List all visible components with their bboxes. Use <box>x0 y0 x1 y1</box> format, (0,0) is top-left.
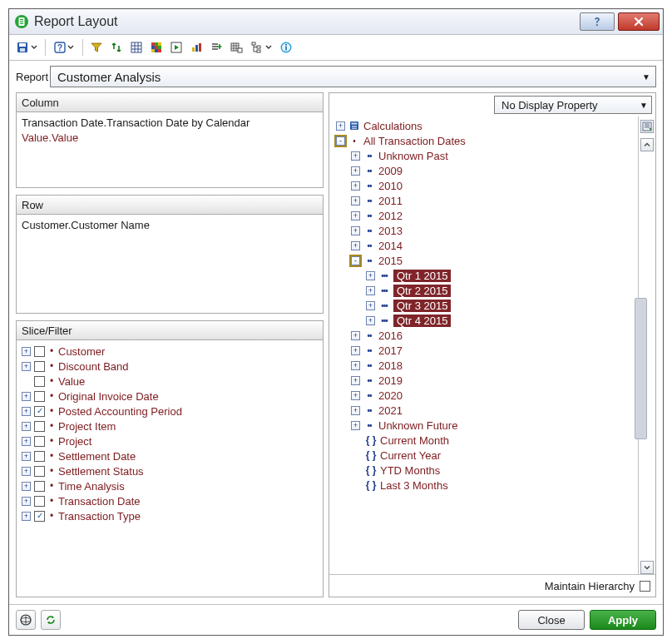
slice-item[interactable]: +•Project <box>22 433 318 448</box>
column-panel-body[interactable]: Transaction Date.Transaction Date by Cal… <box>17 112 323 187</box>
expand-icon[interactable]: + <box>336 121 345 131</box>
save-dropdown-button[interactable] <box>12 38 41 57</box>
tree-node[interactable]: +••2021 <box>333 403 635 418</box>
tree[interactable]: +Calculations-•All Transaction Dates+••U… <box>329 116 638 574</box>
tree-node[interactable]: +••2019 <box>333 373 635 388</box>
slice-checkbox[interactable] <box>34 451 45 462</box>
tree-node[interactable]: -••2015 <box>333 253 635 268</box>
expand-icon[interactable]: + <box>366 271 375 280</box>
chart-icon[interactable] <box>187 38 205 57</box>
globe-button[interactable] <box>16 610 36 630</box>
display-property-select[interactable]: No Display Property ▼ <box>494 96 652 114</box>
expand-icon[interactable]: + <box>22 452 31 461</box>
run-icon[interactable] <box>167 38 185 57</box>
tree-node[interactable]: +••2013 <box>333 223 635 238</box>
tree-node[interactable]: +•••Qtr 4 2015 <box>333 313 635 328</box>
expand-icon[interactable]: + <box>22 347 31 356</box>
expand-icon[interactable]: + <box>22 362 31 371</box>
expand-icon[interactable]: + <box>351 211 360 220</box>
slice-item[interactable]: +•Settlement Status <box>22 463 318 478</box>
help-button[interactable] <box>580 12 615 31</box>
expand-icon[interactable]: + <box>351 361 360 370</box>
slice-checkbox[interactable] <box>34 436 45 447</box>
tree-options-button[interactable] <box>640 120 654 133</box>
tree-node[interactable]: +•••Qtr 2 2015 <box>333 283 635 298</box>
scroll-up-button[interactable] <box>640 138 654 151</box>
slice-checkbox[interactable] <box>34 361 45 372</box>
table-edit-icon[interactable] <box>227 38 245 57</box>
slice-panel-body[interactable]: +•Customer+•Discount Band•Value+•Origina… <box>17 340 323 597</box>
expand-icon[interactable]: + <box>22 422 31 431</box>
row-item[interactable]: Customer.Customer Name <box>22 218 318 233</box>
tree-node[interactable]: +••Unknown Past <box>333 148 635 163</box>
expand-icon[interactable]: + <box>351 181 360 191</box>
expand-icon[interactable]: + <box>22 497 31 506</box>
expand-icon[interactable]: + <box>366 316 375 325</box>
list-add-icon[interactable] <box>207 38 225 57</box>
slice-item[interactable]: +•Original Invoice Date <box>22 389 318 404</box>
slice-item[interactable]: +•Time Analysis <box>22 478 318 493</box>
tree-node[interactable]: +••2016 <box>333 328 635 343</box>
expand-icon[interactable]: + <box>366 286 375 295</box>
tree-node[interactable]: { }Last 3 Months <box>333 478 635 493</box>
expand-icon[interactable]: + <box>366 301 375 310</box>
tree-node[interactable]: +••2011 <box>333 193 635 208</box>
expand-icon[interactable]: + <box>22 512 31 521</box>
tree-node[interactable]: +••2018 <box>333 358 635 373</box>
tree-node[interactable]: -•All Transaction Dates <box>333 133 635 148</box>
expand-icon[interactable]: + <box>351 346 360 355</box>
collapse-icon[interactable]: - <box>336 136 345 146</box>
expand-icon[interactable]: + <box>22 467 31 476</box>
expand-icon[interactable]: + <box>351 331 360 340</box>
expand-icon[interactable]: + <box>351 196 360 206</box>
expand-icon[interactable]: + <box>351 376 360 385</box>
slice-checkbox[interactable] <box>34 466 45 477</box>
expand-icon[interactable]: + <box>22 482 31 491</box>
expand-icon[interactable]: + <box>22 392 31 401</box>
slice-checkbox[interactable] <box>34 421 45 432</box>
column-item[interactable]: Transaction Date.Transaction Date by Cal… <box>22 116 318 131</box>
slice-checkbox[interactable]: ✓ <box>34 406 45 417</box>
slice-checkbox[interactable] <box>34 496 45 507</box>
close-button[interactable]: Close <box>518 610 585 630</box>
filter-icon[interactable] <box>87 38 106 57</box>
expand-icon[interactable]: + <box>351 241 360 250</box>
tree-node[interactable]: +••2014 <box>333 238 635 253</box>
tree-node[interactable]: +•••Qtr 3 2015 <box>333 298 635 313</box>
expand-icon[interactable]: + <box>351 166 360 176</box>
expand-icon[interactable]: + <box>351 226 360 235</box>
scroll-down-button[interactable] <box>640 561 654 574</box>
scrollbar-thumb[interactable] <box>635 298 647 439</box>
tree-node[interactable]: { }Current Month <box>333 433 635 448</box>
slice-item[interactable]: +✓•Transaction Type <box>22 508 318 523</box>
tree-node[interactable]: +••2017 <box>333 343 635 358</box>
tree-node[interactable]: { }Current Year <box>333 448 635 463</box>
expand-icon[interactable]: + <box>351 151 360 161</box>
grid-icon[interactable] <box>127 38 146 57</box>
expand-icon[interactable]: + <box>22 437 31 446</box>
apply-button[interactable]: Apply <box>590 610 656 630</box>
help-dropdown-button[interactable]: ? <box>50 38 78 57</box>
tree-node[interactable]: { }YTD Months <box>333 463 635 478</box>
tree-node[interactable]: +••2012 <box>333 208 635 223</box>
slice-item[interactable]: +•Project Item <box>22 419 318 433</box>
slice-item[interactable]: +•Customer <box>22 344 318 359</box>
slice-checkbox[interactable] <box>34 346 45 357</box>
refresh-button[interactable] <box>41 610 61 630</box>
slice-checkbox[interactable] <box>34 391 45 402</box>
row-panel-body[interactable]: Customer.Customer Name <box>17 215 323 313</box>
slice-checkbox[interactable] <box>34 376 45 387</box>
slice-checkbox[interactable]: ✓ <box>34 511 45 522</box>
expand-icon[interactable]: + <box>351 406 360 415</box>
expand-icon[interactable]: + <box>351 391 360 400</box>
maintain-hierarchy-checkbox[interactable] <box>640 581 650 592</box>
tree-node[interactable]: +Calculations <box>333 118 635 133</box>
swap-axes-icon[interactable] <box>107 38 126 57</box>
expand-icon[interactable]: + <box>22 407 31 416</box>
slice-item[interactable]: +✓•Posted Accounting Period <box>22 404 318 419</box>
expand-icon[interactable]: + <box>351 421 360 430</box>
hierarchy-dropdown-icon[interactable] <box>247 38 275 57</box>
color-grid-icon[interactable] <box>147 38 166 57</box>
tree-node[interactable]: +•••Qtr 1 2015 <box>333 268 635 283</box>
tree-node[interactable]: +••2009 <box>333 163 635 178</box>
